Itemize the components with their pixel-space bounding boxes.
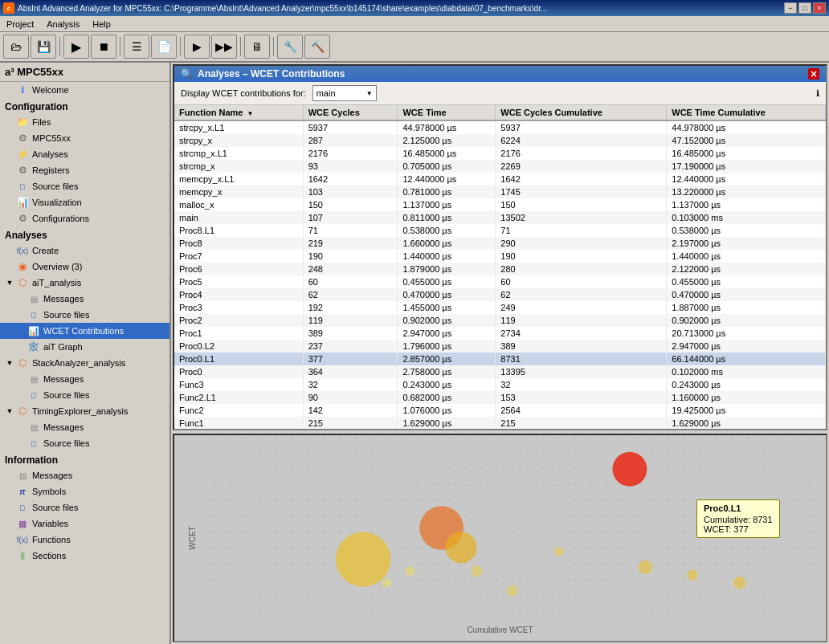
ait-expander[interactable]: ▼ xyxy=(5,278,14,287)
table-row[interactable]: memcpy_x.L1 1642 12.440000 µs 1642 12.44… xyxy=(174,173,826,185)
sidebar-item-timing-sourcefiles[interactable]: 🗋 Source files xyxy=(0,435,169,451)
cell-wce-cycles: 219 xyxy=(303,237,398,250)
svg-point-441 xyxy=(762,578,764,580)
sidebar-item-wcet-contributions[interactable]: 📊 WCET Contributions xyxy=(0,323,169,339)
table-row[interactable]: strcpy_x 287 2.125000 µs 6224 47.152000 … xyxy=(174,134,826,147)
sidebar-item-configurations[interactable]: ⚙ Configurations xyxy=(0,210,169,226)
sidebar-item-functions[interactable]: f(x) Functions xyxy=(0,532,169,548)
toolbar-doc[interactable]: 📄 xyxy=(151,35,177,59)
panel-close-button[interactable]: × xyxy=(808,68,819,79)
sidebar-item-analyses[interactable]: ⚡ Analyses xyxy=(0,146,169,162)
col-function-name[interactable]: Function Name ▼ xyxy=(174,105,303,120)
table-row[interactable]: Proc0 364 2.758000 µs 13395 0.102000 ms xyxy=(174,365,826,378)
cell-wce-cum: 1745 xyxy=(496,185,667,198)
svg-point-286 xyxy=(558,594,560,596)
sidebar-item-symbols[interactable]: π Symbols xyxy=(0,483,169,499)
table-row[interactable]: Proc1 389 2.947000 µs 2734 20.713000 µs xyxy=(174,327,826,340)
table-row[interactable]: Proc7 190 1.440000 µs 190 1.440000 µs xyxy=(174,250,826,263)
col-wce-time-cum[interactable]: WCE Time Cumulative xyxy=(667,105,826,120)
table-row[interactable]: memcpy_x 103 0.781000 µs 1745 13.220000 … xyxy=(174,185,826,198)
table-row[interactable]: Proc0.L2 237 1.796000 µs 389 2.947000 µs xyxy=(174,340,826,353)
sidebar-item-ait-messages[interactable]: ▤ Messages xyxy=(0,291,169,307)
svg-point-26 xyxy=(229,468,231,470)
svg-point-274 xyxy=(543,594,545,596)
menu-analysis[interactable]: Analysis xyxy=(43,18,83,31)
sidebar-item-registers[interactable]: ⚙ Registers xyxy=(0,162,169,178)
table-row[interactable]: Proc2 119 0.902000 µs 119 0.902000 µs xyxy=(174,314,826,327)
cell-wce-cum: 389 xyxy=(496,340,667,353)
cell-wce-time: 1.879000 µs xyxy=(398,263,496,275)
panel-info-icon[interactable]: ℹ xyxy=(816,88,819,99)
toolbar-open[interactable]: 🗁 xyxy=(3,35,29,59)
toolbar-run[interactable]: ▶ xyxy=(63,35,89,59)
table-header-row: Function Name ▼ WCE Cycles WCE Time WCE … xyxy=(174,105,826,120)
toolbar-tools[interactable]: 🔧 xyxy=(277,35,303,59)
table-row[interactable]: Func2.L1 90 0.682000 µs 153 1.160000 µs xyxy=(174,391,826,404)
toolbar-play2[interactable]: ▶▶ xyxy=(211,35,237,59)
table-row[interactable]: malloc_x 150 1.137000 µs 150 1.137000 µs xyxy=(174,198,826,211)
svg-point-491 xyxy=(382,578,391,588)
sidebar-item-stack-messages[interactable]: ▤ Messages xyxy=(0,371,169,387)
col-wce-cum[interactable]: WCE Cycles Cumulative xyxy=(496,105,667,120)
panel-search-icon[interactable]: 🔍 xyxy=(181,68,193,79)
sidebar-item-ait-sourcefiles[interactable]: 🗋 Source files xyxy=(0,307,169,323)
cell-wce-time-cum: 1.160000 µs xyxy=(667,391,826,404)
viz-area: WCET Cumulative WCET Proc0.L1 Cumulative… xyxy=(173,434,827,642)
stack-expander[interactable]: ▼ xyxy=(5,358,14,368)
table-row[interactable]: Func2 142 1.076000 µs 2564 19.425000 µs xyxy=(174,404,826,417)
sidebar-item-variables[interactable]: ▦ Variables xyxy=(0,516,169,532)
stack-analysis-row[interactable]: ▼ ⬡ StackAnalyzer_analysis xyxy=(0,355,169,371)
cell-func: Proc8.L1 xyxy=(174,224,303,237)
sidebar-item-visualization[interactable]: 📊 Visualization xyxy=(0,194,169,210)
table-row[interactable]: Proc0.L1 377 2.857000 µs 8731 66.144000 … xyxy=(174,353,826,365)
sidebar-item-mpc55xx[interactable]: ⚙ MPC55xx xyxy=(0,130,169,146)
table-row[interactable]: strcmp_x 93 0.705000 µs 2269 17.190000 µ… xyxy=(174,160,826,173)
sidebar-item-overview[interactable]: ◉ Overview (3) xyxy=(0,259,169,275)
sidebar-item-info-messages[interactable]: ▤ Messages xyxy=(0,467,169,483)
toolbar-monitor[interactable]: 🖥 xyxy=(244,35,270,59)
toolbar-build[interactable]: 🔨 xyxy=(304,35,330,59)
table-row[interactable]: Proc5 60 0.455000 µs 60 0.455000 µs xyxy=(174,275,826,288)
sidebar-item-create[interactable]: f(x) Create xyxy=(0,243,169,259)
sidebar-item-files[interactable]: 📁 Files xyxy=(0,114,169,130)
sidebar-item-welcome[interactable]: ℹ Welcome xyxy=(0,82,169,98)
toolbar-list[interactable]: ☰ xyxy=(124,35,149,59)
svg-point-483 xyxy=(336,532,390,586)
sidebar-item-stack-sourcefiles[interactable]: 🗋 Source files xyxy=(0,387,169,403)
sidebar-item-ait-graph[interactable]: 🕸 aiT Graph xyxy=(0,339,169,355)
ait-analysis-row[interactable]: ▼ ⬡ aiT_analysis xyxy=(0,275,169,291)
toolbar-play1[interactable]: ▶ xyxy=(184,35,210,59)
timing-expander[interactable]: ▼ xyxy=(5,406,14,416)
maximize-button[interactable]: □ xyxy=(798,2,811,14)
svg-point-54 xyxy=(260,531,262,532)
svg-point-223 xyxy=(480,547,481,548)
sidebar-item-sourcefiles-config[interactable]: 🗋 Source files xyxy=(0,178,169,194)
menu-help[interactable]: Help xyxy=(89,18,114,31)
menu-project[interactable]: Project xyxy=(3,18,37,31)
display-dropdown[interactable]: main ▼ xyxy=(312,85,377,101)
minimize-button[interactable]: − xyxy=(784,2,797,14)
table-row[interactable]: Proc3 192 1.455000 µs 249 1.887000 µs xyxy=(174,301,826,314)
sidebar-item-sections[interactable]: § Sections xyxy=(0,548,169,564)
col-wce-cycles[interactable]: WCE Cycles xyxy=(303,105,398,120)
sidebar-item-info-sourcefiles[interactable]: 🗋 Source files xyxy=(0,499,169,516)
col-wce-time[interactable]: WCE Time xyxy=(398,105,496,120)
timing-analysis-row[interactable]: ▼ ⬡ TimingExplorer_analysis xyxy=(0,403,169,419)
table-row[interactable]: Proc8.L1 71 0.538000 µs 71 0.538000 µs xyxy=(174,224,826,237)
table-row[interactable]: Proc4 62 0.470000 µs 62 0.470000 µs xyxy=(174,288,826,301)
toolbar-save[interactable]: 💾 xyxy=(31,35,56,59)
table-row[interactable]: Func1 215 1.629000 µs 215 1.629000 µs xyxy=(174,417,826,429)
table-row[interactable]: Proc6 248 1.879000 µs 280 2.122000 µs xyxy=(174,263,826,275)
toolbar-stop[interactable]: ⏹ xyxy=(91,35,116,59)
close-button[interactable]: × xyxy=(813,2,826,14)
svg-point-457 xyxy=(794,453,795,454)
table-row[interactable]: strcmp_x.L1 2176 16.485000 µs 2176 16.48… xyxy=(174,147,826,160)
svg-point-398 xyxy=(715,468,717,470)
svg-point-216 xyxy=(480,437,481,438)
sidebar-item-timing-messages[interactable]: ▤ Messages xyxy=(0,419,169,435)
table-row[interactable]: strcpy_x.L1 5937 44.978000 µs 5937 44.97… xyxy=(174,120,826,134)
table-row[interactable]: Func3 32 0.243000 µs 32 0.243000 µs xyxy=(174,378,826,391)
table-row[interactable]: Proc8 219 1.660000 µs 290 2.197000 µs xyxy=(174,237,826,250)
cell-wce-time: 0.705000 µs xyxy=(398,160,496,173)
table-row[interactable]: main 107 0.811000 µs 13502 0.103000 ms xyxy=(174,211,826,224)
